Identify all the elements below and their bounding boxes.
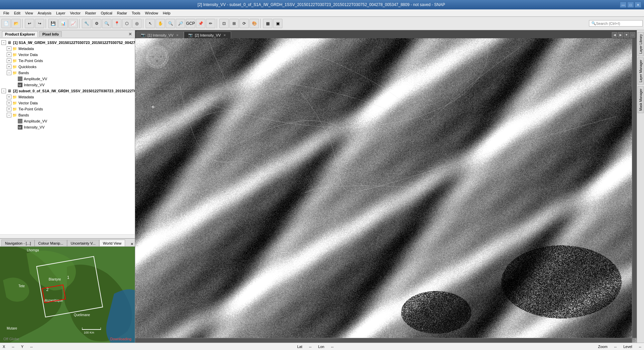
tab-nav-right[interactable]: ▶ — [618, 32, 623, 38]
close-button[interactable]: ✕ — [635, 2, 641, 8]
menu-analysis[interactable]: Analysis — [36, 10, 53, 16]
expander-p1-bands[interactable]: − — [7, 70, 11, 75]
save-button[interactable]: 💾 — [48, 19, 58, 28]
redo-button[interactable]: ↪ — [35, 19, 44, 28]
pin-button[interactable]: 📌 — [196, 19, 205, 28]
tools-1[interactable]: 🔧 — [82, 19, 91, 28]
chart-button[interactable]: 📈 — [68, 19, 78, 28]
zoom-in-button[interactable]: 🔍 — [166, 19, 175, 28]
menu-help[interactable]: Help — [161, 10, 172, 16]
tree-item-p1-tie[interactable]: +📁Tie-Point Grids — [0, 58, 135, 64]
menu-file[interactable]: File — [1, 10, 11, 16]
tree-item-p2-vec[interactable]: +📁Vector Data — [0, 100, 135, 106]
menu-layer[interactable]: Layer — [54, 10, 67, 16]
vertical-scrollbar[interactable] — [632, 38, 637, 338]
title-controls[interactable]: — □ ✕ — [620, 2, 641, 8]
tools-5[interactable]: ⬡ — [122, 19, 131, 28]
menu-window[interactable]: Window — [143, 10, 160, 16]
gcp-button[interactable]: GCP — [186, 19, 195, 28]
tab-pixel-info[interactable]: Pixel Info — [39, 31, 62, 37]
draw-button[interactable]: ✏ — [206, 19, 215, 28]
misc-2[interactable]: ▣ — [273, 19, 282, 28]
minimize-button[interactable]: — — [620, 2, 627, 8]
menu-radar[interactable]: Radar — [115, 10, 129, 16]
tree-item-p1-quick[interactable]: +📁Quicklooks — [0, 64, 135, 70]
tab-intensity-vv-2[interactable]: 📷 [2] Intensity_VV ✕ — [184, 32, 231, 38]
close-bottom-panel[interactable]: ✕ — [130, 242, 133, 246]
title-bar: [2] Intensity_VV - subset_0_of_S1A_IW_GR… — [0, 0, 644, 9]
tab-maximize[interactable]: □ — [630, 32, 635, 38]
tab-close-1[interactable]: ✕ — [175, 33, 179, 37]
hand-button[interactable]: ✋ — [156, 19, 165, 28]
tree-item-p1-vec[interactable]: +📁Vector Data — [0, 52, 135, 58]
tree-item-p2-amp[interactable]: Amplitude_VV — [0, 118, 135, 124]
cursor-button[interactable]: ↖ — [146, 19, 155, 28]
misc-1[interactable]: ▦ — [263, 19, 272, 28]
sync-button[interactable]: ⟳ — [239, 19, 249, 28]
tree-item-p2[interactable]: −🖥[2] subset_0_of_S1A_IW_GRDH_1SSV_20150… — [0, 88, 135, 94]
tree-item-p2-int[interactable]: MIntensity_VV — [0, 124, 135, 130]
tab-product-explorer[interactable]: Product Explorer — [2, 31, 38, 37]
menu-view[interactable]: View — [23, 10, 35, 16]
tree-item-p1[interactable]: −🖥[1] S1A_IW_GRDH_1SSV_20150122T030723_2… — [0, 40, 135, 46]
open-button[interactable]: 📂 — [11, 19, 21, 28]
menu-tools[interactable]: Tools — [130, 10, 143, 16]
zoom-out-button[interactable]: 🔎 — [176, 19, 185, 28]
expander-p2-tie[interactable]: + — [7, 107, 11, 111]
expander-p1-tie[interactable]: + — [7, 58, 11, 63]
right-sidebar: Layer Library Layer Manager Mask Manager — [637, 30, 644, 343]
expander-p2-meta[interactable]: + — [7, 95, 11, 99]
mask-manager-tab[interactable]: Mask Manager — [638, 86, 644, 113]
menu-optical[interactable]: Optical — [99, 10, 114, 16]
tab-colour-manip[interactable]: Colour Manip... — [35, 240, 67, 246]
tab-intensity-vv-1[interactable]: 📷 [1] Intensity_VV ✕ — [137, 32, 184, 38]
menu-vector[interactable]: Vector — [68, 10, 83, 16]
tab-icon-1: 📷 — [141, 33, 146, 37]
tools-4[interactable]: 📍 — [112, 19, 121, 28]
layer-manager-tab[interactable]: Layer Manager — [638, 57, 644, 85]
expander-p1-vec[interactable]: + — [7, 52, 11, 57]
expander-p2-bands[interactable]: − — [7, 113, 11, 117]
expander-p1-quick[interactable]: + — [7, 64, 11, 69]
folder-icon-p2-tie: 📁 — [12, 106, 17, 112]
layer-library-tab[interactable]: Layer Library — [638, 32, 644, 56]
tab-close-2[interactable]: ✕ — [223, 33, 227, 37]
x-value: -- — [12, 345, 14, 349]
tools-3[interactable]: 🔍 — [102, 19, 111, 28]
undo-button[interactable]: ↩ — [25, 19, 34, 28]
tab-nav-left[interactable]: ◀ — [612, 32, 617, 38]
tree-item-p2-bands[interactable]: −📁Bands — [0, 112, 135, 118]
separator-3 — [79, 19, 80, 28]
tools-6[interactable]: ◎ — [132, 19, 142, 28]
tree-item-p1-int[interactable]: MIntensity_VV — [0, 82, 135, 88]
horizontal-scrollbar[interactable] — [135, 338, 632, 343]
expander-p2[interactable]: − — [1, 89, 6, 93]
color-button[interactable]: 🎨 — [250, 19, 259, 28]
tree-hscroll[interactable] — [0, 234, 135, 238]
tree-item-p1-bands[interactable]: −📁Bands — [0, 70, 135, 76]
expander-p1-meta[interactable]: + — [7, 46, 11, 51]
zoom-fit-button[interactable]: ⊡ — [219, 19, 229, 28]
menu-edit[interactable]: Edit — [12, 10, 22, 16]
search-box[interactable]: 🔍 — [589, 20, 643, 27]
tree-item-p2-meta[interactable]: +📁Metadata — [0, 94, 135, 100]
export-button[interactable]: 📊 — [58, 19, 68, 28]
expander-p1[interactable]: − — [1, 40, 6, 45]
tree-item-p2-tie[interactable]: +📁Tie-Point Grids — [0, 106, 135, 112]
tab-navigation[interactable]: Navigation - [...] — [1, 240, 35, 246]
product-tree[interactable]: −🖥[1] S1A_IW_GRDH_1SSV_20150122T030723_2… — [0, 38, 135, 234]
tab-uncertainty[interactable]: Uncertainty V... — [67, 240, 99, 246]
tree-item-p1-meta[interactable]: +📁Metadata — [0, 46, 135, 52]
panel-close-button[interactable]: ✕ — [127, 32, 133, 37]
maximize-button[interactable]: □ — [627, 2, 634, 8]
menu-raster[interactable]: Raster — [83, 10, 98, 16]
expander-p2-vec[interactable]: + — [7, 101, 11, 105]
tab-nav-down[interactable]: ▼ — [624, 32, 629, 38]
zoom-pixel-button[interactable]: ⊞ — [229, 19, 239, 28]
search-input[interactable] — [596, 21, 636, 26]
image-viewport[interactable]: N S E W + — [135, 38, 637, 343]
new-button[interactable]: 📄 — [1, 19, 11, 28]
tools-2[interactable]: ⚙ — [92, 19, 101, 28]
tree-item-p1-amp[interactable]: Amplitude_VV — [0, 76, 135, 82]
tab-world-view[interactable]: World View — [99, 240, 125, 246]
